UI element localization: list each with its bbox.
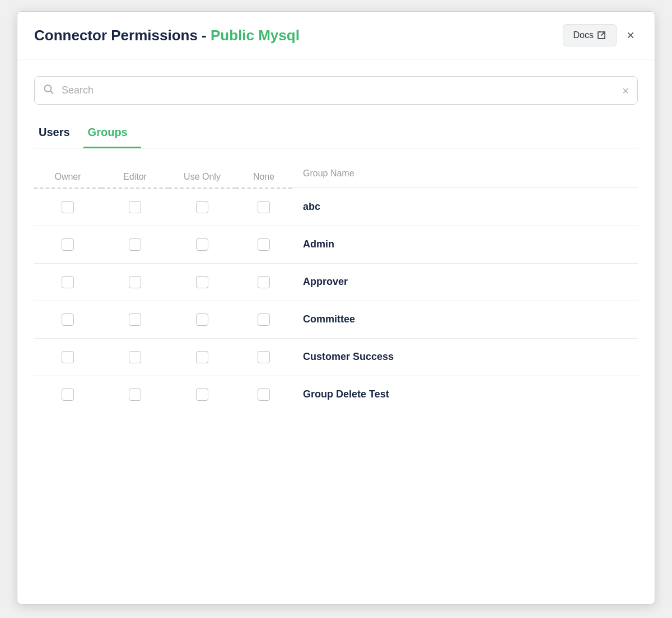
table-row: Group Delete Test	[34, 376, 638, 413]
svg-point-0	[45, 85, 52, 92]
svg-line-1	[51, 91, 54, 94]
group-name-cell-2: Approver	[292, 263, 638, 301]
cell-none-4	[236, 338, 292, 376]
cell-owner-1	[34, 226, 101, 263]
tab-users[interactable]: Users	[34, 120, 83, 148]
checkbox-useonly-1[interactable]	[196, 238, 208, 251]
cell-editor-2	[101, 263, 169, 301]
checkbox-editor-2[interactable]	[129, 276, 141, 288]
external-link-icon	[597, 31, 606, 40]
checkbox-editor-5[interactable]	[129, 388, 141, 401]
group-name-cell-5: Group Delete Test	[292, 376, 638, 413]
checkbox-useonly-4[interactable]	[196, 351, 208, 363]
cell-editor-3	[101, 301, 169, 338]
cell-none-5	[236, 376, 292, 413]
cell-none-3	[236, 301, 292, 338]
cell-owner-4	[34, 338, 101, 376]
checkbox-useonly-3[interactable]	[196, 313, 208, 326]
search-input[interactable]	[34, 76, 638, 105]
checkbox-useonly-5[interactable]	[196, 388, 208, 401]
cell-useonly-3	[169, 301, 236, 338]
table-header-row: Owner Editor Use Only None Group Name	[34, 164, 638, 188]
checkbox-owner-5[interactable]	[62, 388, 74, 401]
table-row: Customer Success	[34, 338, 638, 376]
search-icon	[43, 83, 54, 97]
modal-body: × Users Groups Owner Editor	[17, 59, 655, 424]
checkbox-editor-4[interactable]	[129, 351, 141, 363]
tabs-container: Users Groups	[34, 120, 638, 148]
checkbox-none-1[interactable]	[258, 238, 270, 251]
cell-none-2	[236, 263, 292, 301]
cell-editor-1	[101, 226, 169, 263]
table-row: Admin	[34, 226, 638, 263]
table-row: Approver	[34, 263, 638, 301]
header-actions: Docs ×	[563, 24, 638, 46]
close-button[interactable]: ×	[623, 25, 638, 45]
group-name-cell-1: Admin	[292, 226, 638, 263]
cell-owner-3	[34, 301, 101, 338]
checkbox-editor-0[interactable]	[129, 201, 141, 213]
checkbox-none-3[interactable]	[258, 313, 270, 326]
checkbox-none-5[interactable]	[258, 388, 270, 401]
checkbox-none-2[interactable]	[258, 276, 270, 288]
cell-none-0	[236, 188, 292, 226]
checkbox-owner-0[interactable]	[62, 201, 74, 213]
cell-useonly-1	[169, 226, 236, 263]
table-row: Committee	[34, 301, 638, 338]
cell-editor-5	[101, 376, 169, 413]
checkbox-owner-4[interactable]	[62, 351, 74, 363]
col-header-useonly: Use Only	[169, 164, 236, 188]
checkbox-owner-1[interactable]	[62, 238, 74, 251]
group-name-cell-0: abc	[292, 188, 638, 226]
search-clear-button[interactable]: ×	[622, 85, 629, 96]
col-header-owner: Owner	[34, 164, 101, 188]
col-header-none: None	[236, 164, 292, 188]
cell-useonly-2	[169, 263, 236, 301]
cell-owner-5	[34, 376, 101, 413]
group-name-cell-4: Customer Success	[292, 338, 638, 376]
cell-useonly-4	[169, 338, 236, 376]
checkbox-none-0[interactable]	[258, 201, 270, 213]
tab-groups[interactable]: Groups	[83, 120, 141, 148]
checkbox-editor-3[interactable]	[129, 313, 141, 326]
docs-button[interactable]: Docs	[563, 24, 617, 46]
checkbox-none-4[interactable]	[258, 351, 270, 363]
cell-useonly-0	[169, 188, 236, 226]
cell-owner-0	[34, 188, 101, 226]
cell-owner-2	[34, 263, 101, 301]
checkbox-owner-2[interactable]	[62, 276, 74, 288]
checkbox-useonly-2[interactable]	[196, 276, 208, 288]
group-name-cell-3: Committee	[292, 301, 638, 338]
table-row: abc	[34, 188, 638, 226]
cell-editor-4	[101, 338, 169, 376]
col-header-groupname: Group Name	[292, 164, 638, 188]
checkbox-owner-3[interactable]	[62, 313, 74, 326]
connector-permissions-modal: Connector Permissions - Public Mysql Doc…	[17, 11, 655, 605]
modal-title: Connector Permissions - Public Mysql	[34, 27, 300, 44]
checkbox-editor-1[interactable]	[129, 238, 141, 251]
cell-none-1	[236, 226, 292, 263]
cell-useonly-5	[169, 376, 236, 413]
modal-header: Connector Permissions - Public Mysql Doc…	[17, 12, 655, 59]
col-header-editor: Editor	[101, 164, 169, 188]
permissions-table: Owner Editor Use Only None Group Name	[34, 164, 638, 413]
cell-editor-0	[101, 188, 169, 226]
checkbox-useonly-0[interactable]	[196, 201, 208, 213]
search-container: ×	[34, 76, 638, 105]
